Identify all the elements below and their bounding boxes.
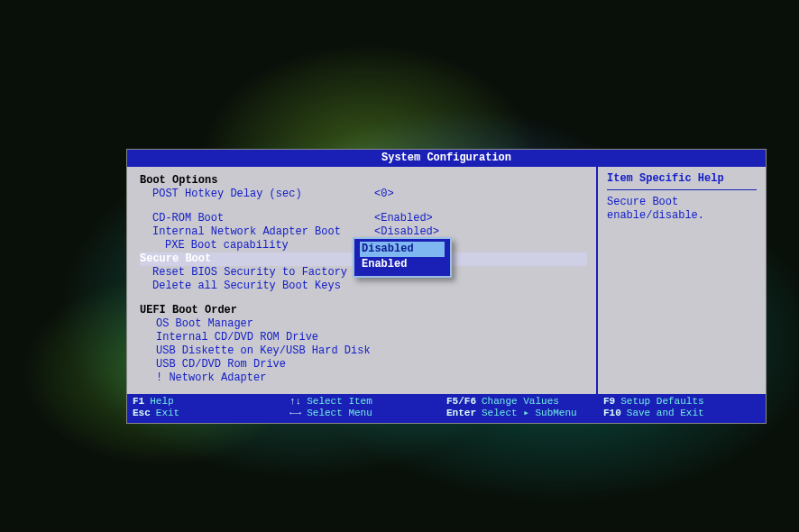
footer-help: F1Help: [133, 396, 289, 408]
popup-option-enabled[interactable]: Enabled: [360, 257, 445, 272]
footer-exit: EscExit: [133, 408, 289, 420]
boot-options-header: Boot Options: [140, 174, 587, 188]
post-hotkey-label: POST Hotkey Delay (sec): [140, 188, 365, 201]
uefi-boot-order-header: UEFI Boot Order: [140, 304, 587, 317]
cdrom-boot-label: CD-ROM Boot: [140, 212, 365, 225]
footer-setup-defaults: F9Setup Defaults: [603, 396, 760, 408]
boot-order-item[interactable]: USB Diskette on Key/USB Hard Disk: [140, 344, 587, 358]
cdrom-boot-row[interactable]: CD-ROM Boot <Enabled>: [140, 212, 587, 225]
secure-boot-popup: Disabled Enabled: [353, 237, 452, 278]
post-hotkey-row[interactable]: POST Hotkey Delay (sec) <0>: [140, 188, 587, 201]
footer-select-item: ↑↓Select Item: [289, 396, 446, 408]
delete-keys-row[interactable]: Delete all Security Boot Keys: [140, 280, 587, 293]
window-title: System Configuration: [127, 150, 766, 167]
boot-order-item[interactable]: USB CD/DVD Rom Drive: [140, 358, 587, 371]
footer-enter: EnterSelect ▸ SubMenu: [446, 408, 603, 420]
footer-bar: F1Help ↑↓Select Item F5/F6Change Values …: [127, 394, 766, 424]
help-title: Item Specific Help: [607, 172, 757, 190]
footer-save-exit: F10Save and Exit: [603, 408, 760, 420]
boot-order-item[interactable]: Internal CD/DVD ROM Drive: [140, 331, 587, 344]
secure-boot-label: Secure Boot: [140, 252, 365, 266]
footer-select-menu: ←→Select Menu: [289, 408, 446, 420]
pxe-label: PXE Boot capability: [140, 239, 365, 252]
net-adapter-label: Internal Network Adapter Boot: [140, 225, 365, 239]
cdrom-boot-value: <Enabled>: [365, 212, 587, 225]
boot-order-item[interactable]: ! Network Adapter: [140, 371, 587, 385]
help-panel: Item Specific Help Secure Boot enable/di…: [598, 167, 766, 394]
post-hotkey-value: <0>: [365, 188, 587, 201]
bios-window: System Configuration Boot Options POST H…: [126, 149, 767, 424]
popup-option-disabled[interactable]: Disabled: [360, 242, 445, 257]
help-text: Secure Boot enable/disable.: [607, 196, 757, 223]
footer-change-values: F5/F6Change Values: [446, 396, 603, 408]
bios-body: Boot Options POST Hotkey Delay (sec) <0>…: [127, 167, 766, 394]
boot-order-item[interactable]: OS Boot Manager: [140, 317, 587, 331]
main-panel: Boot Options POST Hotkey Delay (sec) <0>…: [127, 167, 598, 394]
delete-keys-label: Delete all Security Boot Keys: [140, 280, 587, 293]
